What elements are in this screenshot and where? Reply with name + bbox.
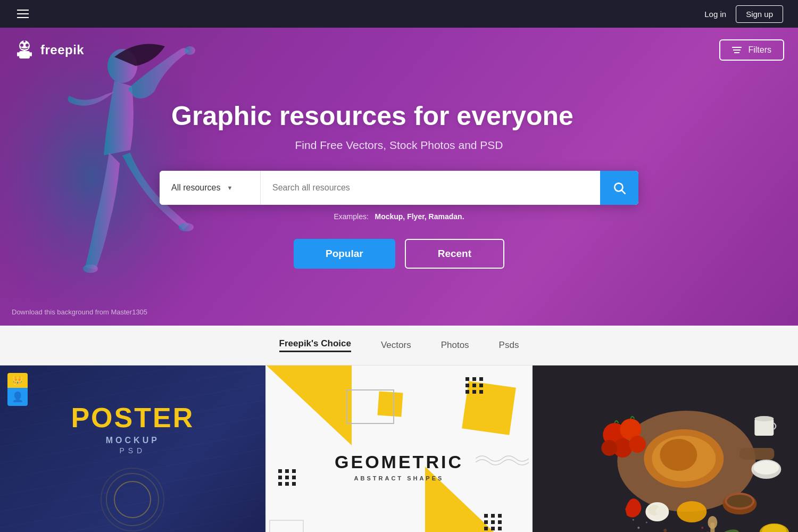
tab-photos[interactable]: Photos [441,340,469,351]
hero-credit: Download this background from Master1305 [12,308,147,316]
card-poster-mockup[interactable]: POSTER MOCKUP PSD [0,365,265,532]
hamburger-button[interactable] [15,7,31,20]
geometric-title: GEOMETRIC [335,452,463,472]
user-badge: 👤 [7,388,28,406]
category-tabs: Freepik's Choice Vectors Photos Psds [0,326,798,365]
filters-label: Filters [748,45,771,55]
card-geometric-abstract[interactable]: GEOMETRIC ABSTRACT SHAPES [267,365,532,532]
poster-subtitle: MOCKUP [71,436,194,445]
svg-point-6 [20,44,23,47]
card-food-photo[interactable] [533,365,798,532]
svg-point-20 [660,439,697,471]
wavy-lines-bl [304,528,368,532]
search-button[interactable] [600,171,638,205]
hero-content: Graphic resources for everyone Find Free… [160,101,638,269]
filters-button[interactable]: Filters [719,39,784,61]
svg-point-31 [754,461,779,475]
category-label: All resources [171,183,220,193]
poster-decoration [101,468,164,531]
svg-point-50 [646,522,647,523]
svg-point-43 [708,516,718,529]
svg-point-47 [702,527,704,529]
svg-rect-26 [740,448,775,460]
geometric-text: GEOMETRIC ABSTRACT SHAPES [335,452,463,481]
content-grid: 👑 👤 POSTER MOCKUP PSD [0,365,798,532]
svg-point-29 [727,495,753,508]
examples-label: Examples: [334,212,368,221]
category-dropdown[interactable]: All resources ▼ [160,171,261,205]
tab-freepiks-choice[interactable]: Freepik's Choice [279,338,351,352]
recent-button[interactable]: Recent [405,239,504,269]
svg-rect-12 [30,52,32,56]
signup-button[interactable]: Sign up [736,5,783,23]
poster-title: POSTER [71,402,194,434]
tab-psds[interactable]: Psds [499,340,519,351]
freepik-logo-icon [14,39,35,61]
search-bar: All resources ▼ [160,171,638,205]
svg-point-37 [677,501,707,522]
hero-buttons: Popular Recent [160,239,638,269]
dots-pattern-tr [466,377,484,394]
search-examples: Examples: Mockup, Flyer, Ramadan. [160,212,638,221]
logo-text: freepik [40,43,84,57]
search-input[interactable] [261,171,600,205]
svg-rect-10 [19,51,30,59]
avatar-badge: 👑 👤 [7,373,28,406]
tab-vectors[interactable]: Vectors [381,340,411,351]
svg-point-7 [26,44,29,47]
svg-point-33 [755,416,774,421]
dropdown-arrow-icon: ▼ [227,185,232,191]
popular-button[interactable]: Popular [294,239,395,269]
svg-point-24 [629,436,646,453]
hero-title: Graphic resources for everyone [160,101,585,131]
svg-point-2 [185,46,195,55]
svg-point-44 [664,529,667,532]
dots-pattern-br [484,514,502,530]
wavy-lines-tr2 [476,451,529,467]
poster-content: POSTER MOCKUP PSD [60,391,205,532]
logo-area: freepik [14,39,84,61]
svg-point-25 [602,440,618,456]
svg-line-14 [622,190,625,194]
dots-pattern-tl [278,469,296,486]
crown-badge: 👑 [7,373,28,388]
svg-point-9 [23,40,26,43]
hero-section: freepik Filters Graphic resources for ev… [0,28,798,326]
svg-point-49 [638,527,640,529]
food-illustration [533,365,798,532]
examples-items: Mockup, Flyer, Ramadan. [375,212,464,221]
svg-rect-11 [17,52,19,56]
poster-tag: PSD [71,446,194,455]
search-icon [612,181,626,195]
geometric-subtitle: ABSTRACT SHAPES [335,475,463,481]
login-link[interactable]: Log in [704,10,726,19]
svg-point-3 [83,264,98,273]
top-nav: Log in Sign up [0,0,798,28]
filters-icon [732,47,742,53]
svg-point-51 [633,519,634,521]
svg-point-36 [656,506,667,516]
nav-right: Log in Sign up [704,5,783,23]
hero-subtitle: Find Free Vectors, Stock Photos and PSD [160,139,638,152]
